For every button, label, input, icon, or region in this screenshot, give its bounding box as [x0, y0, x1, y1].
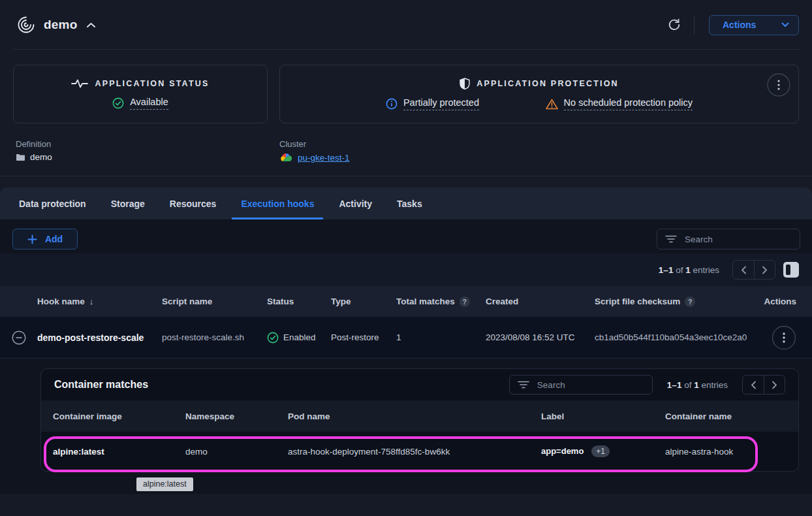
column-settings-button[interactable] [782, 261, 800, 279]
tab-tasks[interactable]: Tasks [388, 187, 431, 219]
tab-activity[interactable]: Activity [330, 187, 381, 219]
no-policy-label[interactable]: No scheduled protection policy [564, 97, 693, 110]
checksum-value: cb1ad50b544f110ba054a3eec10ce2a0 [595, 332, 747, 342]
row-collapse-button[interactable] [12, 331, 26, 345]
kebab-icon [772, 325, 796, 350]
status-value: Enabled [283, 332, 316, 342]
collapse-chevron-up-icon[interactable] [86, 22, 96, 28]
script-name-value: post-restore-scale.sh [162, 332, 244, 342]
hooks-entries-text: 1–1 of 1 entries [659, 265, 719, 275]
container-match-row[interactable]: alpine:latest demo astra-hook-deployment… [41, 432, 798, 471]
shield-icon [460, 78, 470, 89]
cm-col-container-image: Container image [53, 411, 122, 421]
hooks-pagination-row: 1–1 of 1 entries [0, 253, 812, 286]
actions-button[interactable]: Actions [709, 15, 799, 35]
tooltip: alpine:latest [136, 477, 193, 491]
tab-execution-hooks[interactable]: Execution hooks [232, 187, 323, 219]
chevron-down-icon [781, 22, 789, 27]
hook-name-value: demo-post-restore-scale [37, 332, 144, 343]
tab-bar: Data protection Storage Resources Execut… [0, 187, 812, 219]
header-divider [694, 15, 695, 35]
namespace-value: demo [185, 447, 208, 457]
container-matches-card: Container matches 1–1 of 1 entries [40, 368, 799, 472]
application-status-title: APPLICATION STATUS [95, 79, 209, 88]
filter-icon [518, 381, 529, 389]
section-divider [0, 176, 812, 176]
hooks-next-page-button[interactable] [754, 261, 775, 279]
container-matches-entries-text: 1–1 of 1 entries [667, 380, 728, 390]
hooks-prev-page-button[interactable] [733, 261, 754, 279]
hooks-col-total-matches[interactable]: Total matches [396, 297, 455, 306]
app-logo-icon [17, 16, 35, 34]
page-title: demo [44, 18, 77, 32]
hooks-col-type[interactable]: Type [331, 297, 351, 306]
container-matches-prev-page-button[interactable] [743, 376, 764, 394]
refresh-icon [668, 18, 681, 31]
chevron-right-icon [762, 266, 768, 274]
created-value: 2023/08/08 16:52 UTC [486, 332, 575, 342]
type-value: Post-restore [331, 332, 379, 342]
chevron-left-icon [751, 381, 757, 389]
application-protection-card: APPLICATION PROTECTION Partially protect… [279, 65, 799, 123]
hook-row-actions-button[interactable] [772, 325, 796, 350]
hooks-col-actions: Actions [764, 297, 796, 306]
pulse-icon [71, 78, 88, 89]
hook-table-row: demo-post-restore-scale post-restore-sca… [0, 317, 812, 359]
cluster-link[interactable]: pu-gke-test-1 [298, 153, 350, 163]
hooks-search-input[interactable] [657, 229, 800, 250]
hooks-col-created[interactable]: Created [486, 297, 518, 306]
protection-menu-button[interactable] [767, 73, 790, 97]
gcp-cloud-icon [279, 152, 292, 163]
filter-icon [665, 235, 677, 243]
help-icon[interactable]: ? [460, 297, 470, 307]
cm-col-label: Label [541, 411, 564, 421]
warning-triangle-icon [546, 99, 558, 110]
container-matches-title: Container matches [54, 379, 148, 391]
tab-resources[interactable]: Resources [161, 187, 226, 219]
container-matches-search-input[interactable] [509, 375, 653, 395]
cluster-label: Cluster [279, 139, 543, 149]
check-circle-icon [112, 97, 124, 109]
container-matches-table-header: Container image Namespace Pod name Label… [41, 400, 798, 432]
kebab-icon [767, 73, 790, 97]
cm-col-container-name: Container name [665, 411, 732, 421]
add-hook-button[interactable]: Add [12, 229, 78, 250]
hooks-col-hook-name[interactable]: Hook name [37, 297, 85, 306]
execution-hooks-panel: Add 1–1 of 1 entries Hook name [0, 219, 812, 494]
minus-circle-icon [12, 331, 26, 345]
pod-name-value: astra-hook-deployment-758ffd85fc-bw6kk [288, 447, 450, 457]
hooks-col-script-name[interactable]: Script name [162, 297, 212, 306]
folder-icon [16, 153, 25, 161]
hooks-col-status[interactable]: Status [267, 297, 294, 306]
cm-col-namespace: Namespace [185, 411, 234, 421]
cm-col-pod-name: Pod name [288, 411, 330, 421]
plus-icon [27, 234, 37, 244]
cluster-block: Cluster pu-gke-test-1 [279, 139, 543, 163]
container-name-value: alpine-astra-hook [665, 447, 733, 457]
help-icon[interactable]: ? [685, 297, 695, 307]
definition-value: demo [30, 152, 52, 162]
label-value: app=demo [541, 446, 584, 456]
tab-data-protection[interactable]: Data protection [10, 187, 95, 219]
chevron-left-icon [741, 266, 747, 274]
hooks-col-checksum[interactable]: Script file checksum [595, 297, 680, 306]
partially-protected-label[interactable]: Partially protected [403, 97, 479, 110]
hooks-table-header: Hook name ↓ Script name Status Type Tota… [0, 286, 812, 317]
definition-label: Definition [16, 139, 279, 149]
tab-storage[interactable]: Storage [102, 187, 154, 219]
total-matches-value: 1 [396, 332, 401, 342]
refresh-button[interactable] [668, 18, 681, 31]
enabled-check-icon [267, 332, 279, 344]
container-matches-next-page-button[interactable] [764, 376, 785, 394]
sort-desc-icon[interactable]: ↓ [89, 297, 94, 306]
chevron-right-icon [772, 381, 777, 389]
app-header: demo Actions [0, 0, 812, 50]
container-image-value: alpine:latest [53, 447, 104, 457]
application-status-card: APPLICATION STATUS Available [13, 65, 268, 123]
status-available-label[interactable]: Available [130, 97, 168, 110]
label-count-badge[interactable]: +1 [591, 445, 610, 457]
application-protection-title: APPLICATION PROTECTION [476, 79, 619, 88]
add-hook-button-label: Add [45, 234, 63, 244]
info-circle-icon [386, 98, 398, 110]
columns-icon [783, 261, 800, 278]
